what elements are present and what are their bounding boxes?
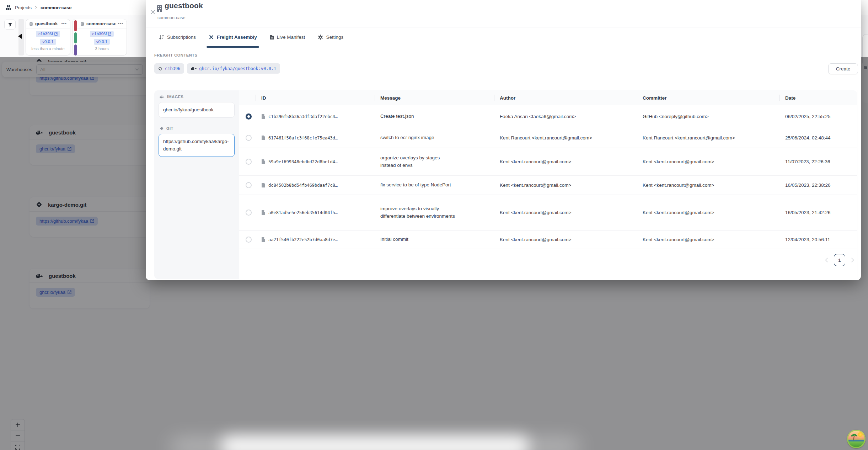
stage-building-icon	[29, 22, 33, 26]
assembly-side-panel: IMAGES ghcr.io/fykaa/guestbook GIT https…	[154, 90, 239, 279]
docker-icon	[160, 95, 165, 99]
tab-freight-assembly[interactable]: Freight Assembly	[209, 27, 257, 47]
image-repo-item[interactable]: ghcr.io/fykaa/guestbook	[159, 102, 235, 118]
radio-unselected[interactable]	[246, 210, 252, 216]
version-pill[interactable]: v0.0.1	[40, 39, 56, 45]
file-icon	[261, 237, 266, 242]
file-icon	[261, 182, 266, 188]
freight-assembly-body: IMAGES ghcr.io/fykaa/guestbook GIT https…	[154, 90, 857, 279]
git-repo-item-selected[interactable]: https://github.com/fykaa/kargo-demo.git	[159, 134, 235, 157]
more-menu-icon[interactable]: •••	[118, 23, 123, 25]
column-header-message: Message	[375, 90, 494, 105]
external-link-icon	[54, 32, 58, 36]
tab-subscriptions[interactable]: Subscriptions	[159, 27, 196, 47]
stage-details-modal: guestbook common-case Subscriptions Frei…	[146, 0, 861, 280]
palm-tree-icon	[849, 433, 858, 442]
breadcrumb-current[interactable]: common-case	[41, 5, 71, 10]
file-icon	[261, 210, 266, 215]
table-row[interactable]: 617461f50afc3f68cfe75ea43d… switch to ec…	[239, 128, 857, 148]
freight-contents-label: FREIGHT CONTENTS	[154, 53, 197, 57]
tools-icon	[209, 35, 214, 40]
commit-pill[interactable]: c1b396f	[90, 31, 114, 37]
freight-card-title: guestbook	[35, 21, 59, 26]
table-row[interactable]: a0e81ad5e5e256eb35614d04f5… improve over…	[239, 195, 857, 231]
more-menu-icon[interactable]: •••	[61, 23, 67, 25]
modal-title: guestbook	[165, 1, 203, 10]
tab-live-manifest[interactable]: Live Manifest	[270, 27, 305, 47]
radio-selected[interactable]	[246, 113, 252, 120]
radio-unselected[interactable]	[246, 237, 252, 243]
next-page-icon[interactable]	[851, 258, 854, 263]
external-link-icon	[108, 32, 111, 36]
column-header-id: ID	[256, 90, 375, 105]
docker-icon	[191, 66, 197, 71]
funnel-icon	[8, 22, 12, 27]
freight-card-title: common-case	[86, 21, 116, 26]
prev-page-icon[interactable]	[825, 258, 828, 263]
git-commit-icon	[160, 126, 164, 131]
create-button[interactable]: Create	[828, 63, 858, 74]
radio-column-header	[239, 90, 256, 105]
file-icon	[261, 159, 266, 164]
radio-unselected[interactable]	[246, 182, 252, 188]
table-row[interactable]: aa21f540fb222e52b7d0aa8d7e… Initial comm…	[239, 231, 857, 249]
breadcrumb-separator: >	[35, 5, 37, 10]
app-root: Projects > common-case guestbook ••• c1b…	[0, 0, 868, 450]
radio-unselected[interactable]	[246, 159, 252, 165]
freight-card[interactable]: common-case ••• c1b396f v0.0.1 3 hours	[72, 19, 127, 55]
collapse-timeline-arrow[interactable]	[18, 34, 22, 39]
table-row[interactable]: dc84502b8bd54fb469bdaaf7c8… fix service …	[239, 176, 857, 195]
island-extension-icon[interactable]	[847, 430, 866, 448]
filter-button[interactable]	[4, 20, 16, 30]
file-icon	[270, 35, 274, 40]
image-tag[interactable]: ghcr.io/fykaa/guestbook:v0.0.1	[187, 63, 280, 74]
commit-pill[interactable]: c1b396f	[36, 31, 60, 37]
column-header-author: Author	[494, 90, 637, 105]
table-header: ID Message Author Committer Date	[239, 90, 857, 105]
stage-building-icon	[157, 5, 162, 14]
commit-table: ID Message Author Committer Date c1b396f…	[239, 90, 857, 279]
file-icon	[261, 135, 266, 141]
close-icon[interactable]	[149, 9, 156, 16]
breadcrumb-projects[interactable]: Projects	[15, 5, 32, 10]
column-header-committer: Committer	[637, 90, 779, 105]
radio-unselected[interactable]	[246, 135, 252, 141]
pagination: 1	[239, 254, 857, 266]
freight-age: less than a minute	[31, 47, 64, 51]
table-row[interactable]: c1b396f58b36a3df3daf22ebc4… Create test.…	[239, 105, 857, 128]
bottom-glow	[220, 436, 530, 450]
kargo-logo-icon	[5, 4, 12, 11]
modal-subtitle: common-case	[157, 15, 186, 20]
freight-age: 3 hours	[95, 47, 108, 51]
tab-settings[interactable]: Settings	[318, 27, 343, 47]
page-number[interactable]: 1	[834, 254, 845, 266]
git-section-label: GIT	[159, 126, 235, 131]
freight-card[interactable]: guestbook ••• c1b396f v0.0.1 less than a…	[26, 19, 70, 55]
images-section-label: IMAGES	[159, 95, 235, 99]
stage-color-bars	[74, 20, 77, 55]
git-commit-icon	[158, 67, 162, 71]
file-icon	[261, 114, 266, 119]
sort-icon	[159, 35, 164, 40]
stage-building-icon	[80, 22, 84, 26]
gear-icon	[318, 35, 323, 40]
version-pill[interactable]: v0.0.1	[94, 39, 110, 45]
freight-contents-tags: c1b396 ghcr.io/fykaa/guestbook:v0.0.1	[154, 63, 280, 74]
column-header-date: Date	[779, 90, 857, 105]
commit-tag[interactable]: c1b396	[154, 63, 184, 74]
sun-icon	[858, 432, 863, 437]
modal-tab-bar: Subscriptions Freight Assembly Live Mani…	[146, 27, 861, 47]
table-row[interactable]: 59a9ef699348ebdbd22d8befd4… organize ove…	[239, 148, 857, 176]
